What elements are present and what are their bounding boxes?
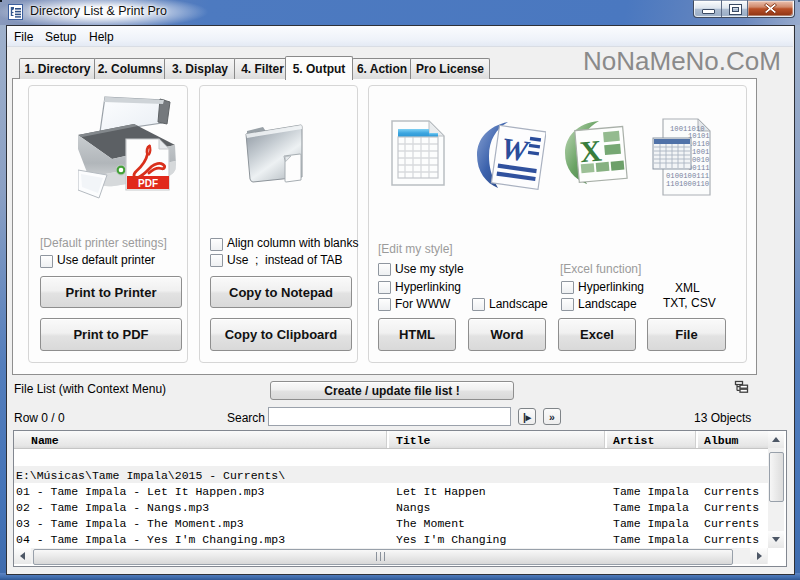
svg-text:0100100111: 0100100111 [666,172,709,180]
svg-text:0010: 0010 [692,156,709,164]
svg-text:1001: 1001 [692,148,709,156]
svg-text:1101000110: 1101000110 [666,180,709,188]
svg-text:PDF: PDF [138,178,158,189]
